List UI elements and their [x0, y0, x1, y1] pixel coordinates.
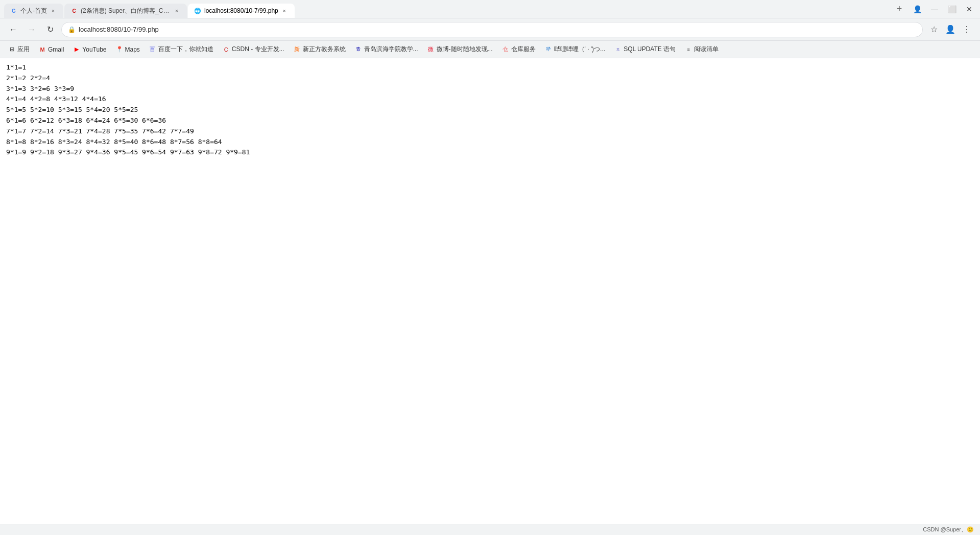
bookmark-label: 应用	[17, 45, 30, 54]
tab-favicon: 🌐	[194, 7, 201, 14]
forward-button[interactable]: →	[25, 22, 39, 37]
browser-tab-tab2[interactable]: C(2条消息) Super、白的博客_CSI...×	[64, 4, 187, 18]
tab-close-button[interactable]: ×	[173, 7, 181, 15]
bookmark-item-bm-apps[interactable]: ⊞应用	[4, 43, 34, 56]
bookmark-icon: C	[223, 46, 230, 53]
content-line-9: 9*1=9 9*2=18 9*3=27 9*4=36 9*5=45 9*6=54…	[6, 147, 974, 158]
tabs-area: G个人-首页×C(2条消息) Super、白的博客_CSI...×🌐localh…	[4, 0, 892, 18]
bookmark-item-bm-baidu[interactable]: 百百度一下，你就知道	[145, 43, 218, 56]
maximize-button[interactable]: ⬜	[945, 3, 959, 16]
bookmark-item-bm-qingdao[interactable]: 青青岛滨海学院教学...	[351, 43, 422, 56]
tab-title: localhost:8080/10-7/99.php	[204, 7, 278, 14]
content-line-8: 8*1=8 8*2=16 8*3=24 8*4=32 8*5=40 8*6=48…	[6, 137, 974, 148]
bookmark-item-bm-maps[interactable]: 📍Maps	[112, 44, 144, 55]
bookmark-icon: ▶	[73, 46, 80, 53]
content-line-2: 2*1=2 2*2=4	[6, 73, 974, 84]
bookmark-icon: ≡	[685, 46, 692, 53]
content-line-7: 7*1=7 7*2=14 7*3=21 7*4=28 7*5=35 7*6=42…	[6, 126, 974, 137]
bookmark-icon: ⊞	[8, 46, 15, 53]
back-button[interactable]: ←	[6, 22, 20, 37]
bookmark-label: Gmail	[48, 46, 64, 53]
bookmark-label: SQL UPDATE 语句	[624, 45, 676, 54]
tab-title: 个人-首页	[20, 7, 47, 15]
bookmark-icon: 仓	[502, 46, 509, 53]
address-bar[interactable]: 🔒 localhost:8080/10-7/99.php	[61, 22, 923, 37]
bookmark-item-bm-pptv[interactable]: 哔哔哩哔哩（' · ')つ...	[541, 43, 610, 56]
menu-button[interactable]: ⋮	[960, 22, 974, 37]
status-text: CSDN @Super、🙂	[923, 526, 974, 533]
bookmark-item-bm-read[interactable]: ≡阅读清单	[681, 43, 723, 56]
bookmark-item-bm-weibo[interactable]: 微微博-随时随地发现...	[423, 43, 497, 56]
lock-icon: 🔒	[68, 26, 76, 33]
bookmark-label: 百度一下，你就知道	[158, 45, 213, 54]
tab-favicon: G	[10, 7, 17, 14]
bookmark-label: 哔哩哔哩（' · ')つ...	[554, 45, 606, 54]
profile-nav-button[interactable]: 👤	[943, 22, 958, 37]
page-content: 1*1=12*1=2 2*2=43*1=3 3*2=6 3*3=94*1=4 4…	[0, 58, 980, 524]
window-controls: 👤 — ⬜ ✕	[911, 3, 976, 16]
bookmark-item-bm-xindf[interactable]: 新新正方教务系统	[290, 43, 350, 56]
bookmark-icon: 百	[149, 46, 156, 53]
bookmark-icon: 哔	[545, 46, 552, 53]
bookmark-star-button[interactable]: ☆	[927, 22, 941, 37]
bookmark-item-bm-csdn[interactable]: CCSDN - 专业开发...	[219, 43, 289, 56]
content-line-3: 3*1=3 3*2=6 3*3=9	[6, 84, 974, 95]
bookmark-icon: 微	[427, 46, 435, 53]
title-bar: G个人-首页×C(2条消息) Super、白的博客_CSI...×🌐localh…	[0, 0, 980, 18]
close-button[interactable]: ✕	[963, 3, 976, 16]
tab-favicon: C	[70, 7, 78, 14]
tab-title: (2条消息) Super、白的博客_CSI...	[81, 7, 171, 15]
address-text: localhost:8080/10-7/99.php	[79, 26, 916, 33]
browser-tab-tab3[interactable]: 🌐localhost:8080/10-7/99.php×	[188, 4, 295, 18]
bookmark-label: 新正方教务系统	[303, 45, 346, 54]
bookmark-icon: 📍	[116, 46, 123, 53]
nav-right-buttons: ☆ 👤 ⋮	[927, 22, 974, 37]
tab-close-button[interactable]: ×	[49, 7, 57, 15]
bookmark-icon: M	[39, 46, 46, 53]
bookmark-item-bm-cangku[interactable]: 仓仓库服务	[498, 43, 540, 56]
browser-window: G个人-首页×C(2条消息) Super、白的博客_CSI...×🌐localh…	[0, 0, 980, 535]
bookmarks-bar: ⊞应用MGmail▶YouTube📍Maps百百度一下，你就知道CCSDN - …	[0, 41, 980, 58]
browser-tab-tab1[interactable]: G个人-首页×	[4, 4, 63, 18]
bookmark-label: YouTube	[82, 46, 106, 53]
new-tab-button[interactable]: +	[892, 2, 906, 16]
minimize-button[interactable]: —	[928, 3, 941, 16]
bookmark-item-bm-gmail[interactable]: MGmail	[35, 44, 68, 55]
profile-button[interactable]: 👤	[911, 3, 924, 16]
bookmark-label: 青岛滨海学院教学...	[364, 45, 418, 54]
content-line-6: 6*1=6 6*2=12 6*3=18 6*4=24 6*5=30 6*6=36	[6, 115, 974, 126]
bookmark-icon: S	[614, 46, 622, 53]
nav-bar: ← → ↻ 🔒 localhost:8080/10-7/99.php ☆ 👤 ⋮	[0, 18, 980, 41]
bookmark-icon: 新	[294, 46, 301, 53]
content-line-4: 4*1=4 4*2=8 4*3=12 4*4=16	[6, 94, 974, 105]
status-bar: CSDN @Super、🙂	[0, 524, 980, 535]
bookmark-label: 仓库服务	[511, 45, 536, 54]
refresh-button[interactable]: ↻	[43, 22, 57, 37]
content-line-5: 5*1=5 5*2=10 5*3=15 5*4=20 5*5=25	[6, 105, 974, 115]
bookmark-icon: 青	[355, 46, 362, 53]
bookmark-item-bm-youtube[interactable]: ▶YouTube	[69, 44, 110, 55]
tab-close-button[interactable]: ×	[280, 7, 289, 15]
bookmark-label: 阅读清单	[694, 45, 719, 54]
content-line-1: 1*1=1	[6, 62, 974, 73]
bookmark-label: CSDN - 专业开发...	[232, 45, 284, 54]
bookmark-item-bm-sql[interactable]: SSQL UPDATE 语句	[610, 43, 680, 56]
bookmark-label: Maps	[125, 46, 140, 53]
bookmark-label: 微博-随时随地发现...	[437, 45, 493, 54]
